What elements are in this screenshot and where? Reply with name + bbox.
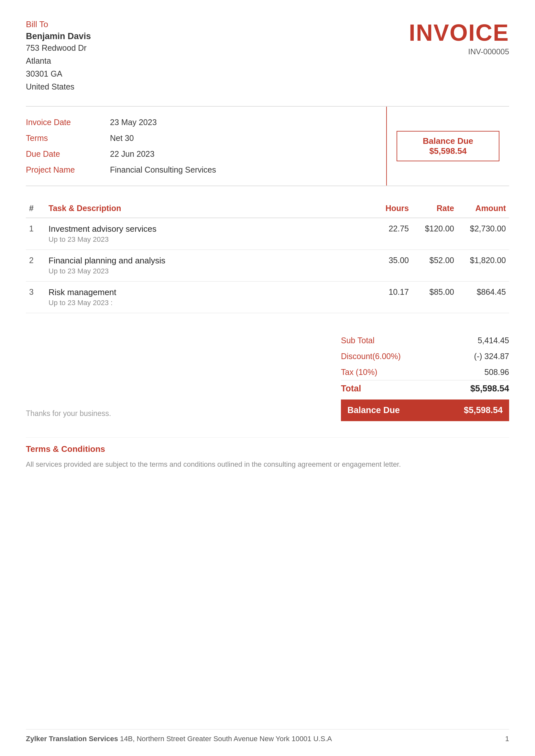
row-rate: $52.00: [412, 250, 457, 282]
bill-to-label: Bill To: [26, 19, 91, 29]
row-task-main: Investment advisory services: [48, 224, 364, 234]
tax-value: 508.96: [485, 367, 509, 377]
terms-label: Terms: [26, 133, 110, 143]
footer: Zylker Translation Services 14B, Norther…: [26, 729, 509, 743]
discount-value: (-) 324.87: [474, 352, 509, 361]
terms-row: Terms Net 30: [26, 130, 386, 146]
items-table: # Task & Description Hours Rate Amount 1…: [26, 199, 509, 313]
footer-brand: Zylker Translation Services: [26, 735, 118, 743]
discount-row: Discount(6.00%) (-) 324.87: [341, 348, 509, 364]
bill-to-address-line1: 753 Redwood Dr: [26, 43, 87, 52]
bill-to-country: United States: [26, 82, 74, 91]
row-task: Investment advisory services Up to 23 Ma…: [45, 218, 367, 250]
invoice-date-value: 23 May 2023: [110, 118, 157, 127]
footer-left: Zylker Translation Services 14B, Norther…: [26, 735, 332, 743]
table-header-row: # Task & Description Hours Rate Amount: [26, 199, 509, 218]
row-rate: $85.00: [412, 282, 457, 313]
footer-address: 14B, Northern Street Greater South Avenu…: [120, 735, 332, 743]
invoice-header: Bill To Benjamin Davis 753 Redwood Dr At…: [26, 19, 509, 93]
th-task: Task & Description: [45, 199, 367, 218]
due-date-value: 22 Jun 2023: [110, 149, 155, 159]
table-row: 2 Financial planning and analysis Up to …: [26, 250, 509, 282]
invoice-number: INV-000005: [409, 47, 509, 56]
terms-section: Terms & Conditions All services provided…: [26, 437, 509, 470]
bill-to-city: Atlanta: [26, 56, 51, 65]
row-rate: $120.00: [412, 218, 457, 250]
footer-page: 1: [505, 735, 509, 743]
due-date-row: Due Date 22 Jun 2023: [26, 146, 386, 162]
invoice-title-block: INVOICE INV-000005: [409, 19, 509, 56]
tax-row: Tax (10%) 508.96: [341, 364, 509, 380]
row-num: 3: [26, 282, 45, 313]
row-amount: $864.45: [457, 282, 509, 313]
row-task-sub: Up to 23 May 2023: [48, 267, 364, 275]
project-name-row: Project Name Financial Consulting Servic…: [26, 162, 386, 178]
totals-block: Sub Total 5,414.45 Discount(6.00%) (-) 3…: [341, 333, 509, 421]
bill-to-block: Bill To Benjamin Davis 753 Redwood Dr At…: [26, 19, 91, 93]
thanks-text: Thanks for your business.: [26, 409, 111, 421]
row-hours: 35.00: [367, 250, 412, 282]
th-hours: Hours: [367, 199, 412, 218]
row-task-main: Financial planning and analysis: [48, 256, 364, 266]
bill-to-address: 753 Redwood Dr Atlanta 30301 GA United S…: [26, 41, 91, 93]
terms-title: Terms & Conditions: [26, 444, 509, 454]
row-task-sub: Up to 23 May 2023: [48, 235, 364, 244]
project-name-value: Financial Consulting Services: [110, 165, 216, 175]
row-amount: $1,820.00: [457, 250, 509, 282]
table-row: 3 Risk management Up to 23 May 2023 : 10…: [26, 282, 509, 313]
total-label: Total: [341, 384, 361, 394]
row-num: 2: [26, 250, 45, 282]
subtotal-value: 5,414.45: [478, 336, 509, 345]
invoice-title: INVOICE: [409, 19, 509, 46]
subtotal-label: Sub Total: [341, 336, 375, 345]
row-task-main: Risk management: [48, 287, 364, 297]
terms-value: Net 30: [110, 133, 134, 143]
subtotal-row: Sub Total 5,414.45: [341, 333, 509, 348]
row-task-sub: Up to 23 May 2023 :: [48, 299, 364, 307]
table-row: 1 Investment advisory services Up to 23 …: [26, 218, 509, 250]
balance-due-label: Balance Due: [423, 136, 473, 146]
row-task: Financial planning and analysis Up to 23…: [45, 250, 367, 282]
balance-due-final-row: Balance Due $5,598.54: [341, 399, 509, 421]
row-task: Risk management Up to 23 May 2023 :: [45, 282, 367, 313]
th-amount: Amount: [457, 199, 509, 218]
terms-text: All services provided are subject to the…: [26, 459, 509, 470]
balance-due-amount: $5,598.54: [429, 146, 467, 156]
tax-label: Tax (10%): [341, 367, 378, 377]
row-hours: 10.17: [367, 282, 412, 313]
balance-due-final-value: $5,598.54: [464, 405, 503, 415]
due-date-label: Due Date: [26, 149, 110, 159]
discount-label: Discount(6.00%): [341, 352, 401, 361]
th-hash: #: [26, 199, 45, 218]
total-row: Total $5,598.54: [341, 380, 509, 397]
total-value: $5,598.54: [470, 384, 509, 394]
bottom-section: Thanks for your business. Sub Total 5,41…: [26, 333, 509, 421]
info-section: Invoice Date 23 May 2023 Terms Net 30 Du…: [26, 106, 509, 186]
project-name-label: Project Name: [26, 165, 110, 175]
row-num: 1: [26, 218, 45, 250]
bill-to-zip-state: 30301 GA: [26, 69, 62, 78]
invoice-date-row: Invoice Date 23 May 2023: [26, 114, 386, 130]
row-amount: $2,730.00: [457, 218, 509, 250]
info-right: Balance Due $5,598.54: [386, 107, 509, 185]
balance-due-final-label: Balance Due: [348, 405, 400, 415]
bill-to-name: Benjamin Davis: [26, 31, 91, 41]
invoice-date-label: Invoice Date: [26, 118, 110, 127]
row-hours: 22.75: [367, 218, 412, 250]
info-left: Invoice Date 23 May 2023 Terms Net 30 Du…: [26, 107, 386, 185]
th-rate: Rate: [412, 199, 457, 218]
balance-due-box: Balance Due $5,598.54: [397, 131, 499, 161]
